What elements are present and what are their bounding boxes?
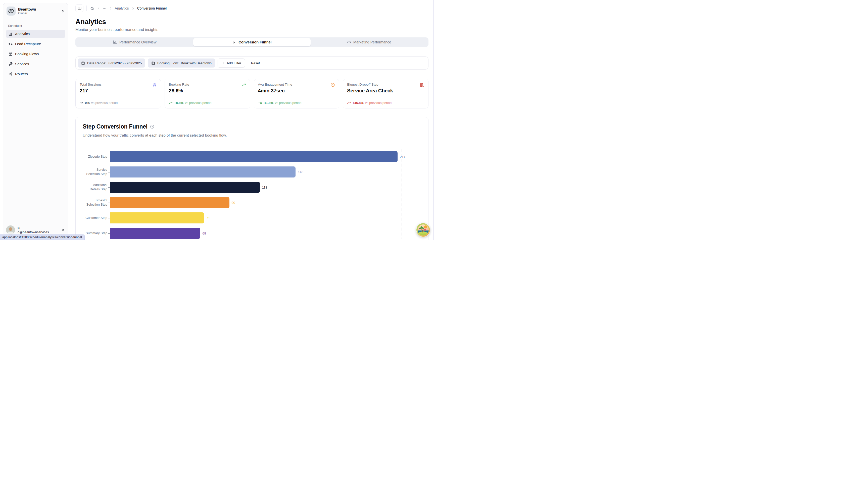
tab-conversion-funnel[interactable]: Conversion Funnel xyxy=(193,38,310,46)
funnel-row: 71 xyxy=(110,212,402,224)
arrow-right-icon xyxy=(80,101,84,105)
panel-left-icon xyxy=(78,6,82,10)
workspace-name: Beantown xyxy=(18,7,36,11)
chart-column-icon xyxy=(113,40,117,44)
clock-icon xyxy=(331,82,335,87)
date-range-filter[interactable]: Date Range: 8/31/2025 - 9/30/2025 xyxy=(78,59,145,68)
funnel-category-label: Additional Details Step xyxy=(83,182,110,193)
funnel-bar-value: 140 xyxy=(298,170,303,174)
calendar-icon xyxy=(81,61,85,65)
gauge-icon xyxy=(347,40,351,44)
funnel-bar[interactable] xyxy=(110,166,296,177)
funnel-category-label: Timeslot Selection Step xyxy=(83,197,110,208)
wrench-icon xyxy=(8,62,12,66)
booking-flow-filter[interactable]: Booking Flow: Book with Beantown xyxy=(148,59,215,68)
chart-title: Step Conversion Funnel xyxy=(83,123,148,130)
calendar-days-icon xyxy=(151,61,155,65)
stat-card-total-sessions: Total Sessions 217 0% vs previous period xyxy=(75,79,161,108)
trending-up-icon xyxy=(347,101,351,105)
stat-delta: +8.8% vs previous period xyxy=(169,101,246,105)
filter-label: Date Range: xyxy=(87,61,106,65)
breadcrumb-divider xyxy=(87,5,87,11)
page-title: Analytics xyxy=(75,18,429,26)
trending-up-icon xyxy=(242,82,246,87)
sidebar-item-label: Services xyxy=(15,62,29,66)
user-email: g@beantownservices.... xyxy=(18,230,53,234)
stat-cards: Total Sessions 217 0% vs previous period… xyxy=(75,79,429,108)
trending-up-icon xyxy=(169,101,173,105)
funnel-bar[interactable] xyxy=(110,182,260,193)
funnel-bar-value: 90 xyxy=(232,201,235,205)
delta-percent: 0% xyxy=(85,101,90,105)
tropical-island-icon xyxy=(416,223,430,237)
chevrons-up-down-icon xyxy=(61,9,65,13)
sidebar-item-label: Analytics xyxy=(15,32,30,36)
chevron-right-icon xyxy=(131,7,135,10)
chevrons-up-down-icon xyxy=(61,228,65,232)
reset-filters-button[interactable]: Reset xyxy=(250,61,261,65)
funnel-bar[interactable] xyxy=(110,151,398,162)
gridline xyxy=(402,149,402,239)
sidebar-toggle-button[interactable] xyxy=(75,4,84,12)
stat-label: Booking Rate xyxy=(169,82,189,87)
funnel-bar-value: 71 xyxy=(206,216,210,220)
add-filter-button[interactable]: Add Filter xyxy=(218,59,245,68)
sidebar-item-services[interactable]: Services xyxy=(6,60,65,68)
tab-label: Marketing Performance xyxy=(353,40,391,44)
sidebar-section-label: Scheduler xyxy=(8,24,65,28)
tab-label: Performance Overview xyxy=(119,40,156,44)
sidebar-item-analytics[interactable]: Analytics xyxy=(6,30,65,38)
stat-label: Biggest Dropoff Step xyxy=(347,82,378,87)
stat-delta: +45.8% vs previous period xyxy=(347,101,424,105)
chevron-right-icon xyxy=(97,7,100,10)
sidebar-nav: Analytics Lead Recapture Booking Flows S… xyxy=(6,30,65,78)
add-filter-label: Add Filter xyxy=(227,61,241,65)
analytics-tabs: Performance Overview Conversion Funnel M… xyxy=(75,37,429,47)
funnel-chart: Zipcode StepService Selection StepAdditi… xyxy=(83,149,421,239)
workspace-switcher[interactable]: Beantown Owner xyxy=(6,6,65,16)
user-menu[interactable]: G g@beantownservices.... xyxy=(6,226,65,235)
funnel-category-label: Service Selection Step xyxy=(83,166,110,177)
funnel-row: 217 xyxy=(110,151,402,162)
tab-marketing-performance[interactable]: Marketing Performance xyxy=(311,38,428,46)
sidebar-item-routers[interactable]: Routers xyxy=(6,70,65,78)
workspace-role: Owner xyxy=(18,11,36,15)
sidebar-item-booking-flows[interactable]: Booking Flows xyxy=(6,50,65,58)
stat-delta: -11.8% vs previous period xyxy=(258,101,335,105)
breadcrumb: Analytics Conversion Funnel xyxy=(75,4,429,12)
funnel-bar[interactable] xyxy=(110,197,229,208)
funnel-category-label: Zipcode Step xyxy=(83,151,110,162)
delta-suffix: vs previous period xyxy=(275,101,302,105)
funnel-category-label: Customer Step xyxy=(83,212,110,224)
gridline xyxy=(256,149,256,239)
delta-percent: -11.8% xyxy=(264,101,273,105)
filter-value: 8/31/2025 - 9/30/2025 xyxy=(108,61,142,65)
delta-percent: +45.8% xyxy=(352,101,363,105)
plus-icon xyxy=(221,61,225,65)
home-icon[interactable] xyxy=(90,6,94,10)
filter-label: Booking Flow: xyxy=(157,61,179,65)
tab-label: Conversion Funnel xyxy=(239,40,271,44)
funnel-row: 68 xyxy=(110,228,402,239)
delta-suffix: vs previous period xyxy=(185,101,212,105)
funnel-labels: Zipcode StepService Selection StepAdditi… xyxy=(83,149,110,239)
user-name: G xyxy=(18,226,53,230)
circle-help-icon[interactable] xyxy=(150,125,154,129)
sidebar-item-lead-recapture[interactable]: Lead Recapture xyxy=(6,40,65,48)
page-subtitle: Monitor your business performance and in… xyxy=(75,27,429,32)
stat-value: Service Area Check xyxy=(347,88,424,94)
funnel-row: 113 xyxy=(110,182,402,193)
chart-subtitle: Understand how your traffic converts at … xyxy=(83,133,421,137)
workspace-logo xyxy=(6,6,16,15)
funnel-bar[interactable] xyxy=(110,212,204,224)
tropical-island-button[interactable] xyxy=(416,223,430,237)
chevron-right-icon xyxy=(109,7,112,10)
tab-performance-overview[interactable]: Performance Overview xyxy=(76,38,193,46)
scrollbar[interactable] xyxy=(433,0,434,240)
funnel-bar[interactable] xyxy=(110,228,200,239)
funnel-row: 140 xyxy=(110,166,402,177)
sidebar-item-label: Booking Flows xyxy=(15,52,39,56)
breadcrumb-link-analytics[interactable]: Analytics xyxy=(115,6,129,10)
funnel-bar-value: 68 xyxy=(203,232,206,235)
breadcrumb-ellipsis-icon[interactable] xyxy=(102,6,106,10)
